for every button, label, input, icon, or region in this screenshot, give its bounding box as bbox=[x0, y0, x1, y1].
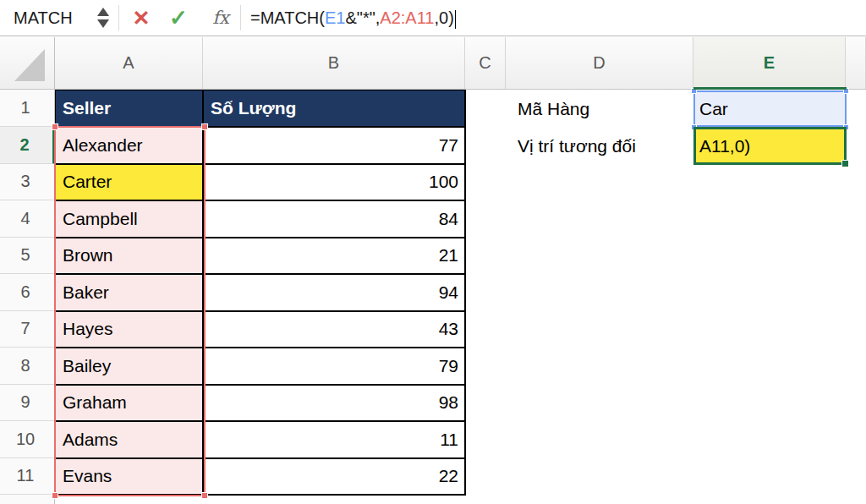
row-header-9[interactable]: 9 bbox=[0, 385, 55, 422]
cell-e1-value: Car bbox=[699, 99, 728, 119]
column-header-d[interactable]: D bbox=[506, 37, 693, 89]
row-header-7[interactable]: 7 bbox=[0, 311, 55, 348]
row-header-3[interactable]: 3 bbox=[0, 164, 55, 201]
data-table: Seller Số Lượng Alexander 77 Carter 100 … bbox=[55, 90, 466, 496]
name-box-value: MATCH bbox=[14, 0, 73, 36]
confirm-icon[interactable]: ✓ bbox=[162, 0, 195, 36]
name-box-stepper[interactable] bbox=[96, 6, 111, 30]
formula-bar: MATCH ✕ ✓ fx =MATCH(E1&"*",A2:A11,0) bbox=[0, 0, 866, 36]
cell-a8[interactable]: Bailey bbox=[56, 348, 204, 386]
row-header-8[interactable]: 8 bbox=[0, 348, 55, 385]
cell-d1[interactable]: Mã Hàng bbox=[506, 90, 693, 127]
select-all-triangle-icon bbox=[14, 49, 45, 81]
formula-part-end: ,0) bbox=[434, 8, 453, 27]
formula-part-eq: =MATCH( bbox=[250, 8, 325, 27]
row-header-2[interactable]: 2 bbox=[0, 127, 55, 164]
cell-a2[interactable]: Alexander bbox=[56, 128, 204, 165]
cell-a6[interactable]: Baker bbox=[56, 275, 204, 312]
name-box[interactable]: MATCH bbox=[0, 0, 118, 36]
stepper-up-icon[interactable] bbox=[97, 8, 109, 16]
formula-part-ref-range: A2:A11 bbox=[380, 8, 434, 27]
cell-b3[interactable]: 100 bbox=[204, 165, 466, 202]
fill-handle[interactable] bbox=[841, 160, 849, 167]
cell-a1[interactable]: Seller bbox=[56, 90, 204, 128]
cell-b1[interactable]: Số Lượng bbox=[204, 90, 466, 128]
cell-b10[interactable]: 11 bbox=[204, 422, 466, 459]
select-all-corner[interactable] bbox=[0, 37, 55, 89]
cell-b11[interactable]: 22 bbox=[204, 459, 466, 496]
row-header-1[interactable]: 1 bbox=[0, 90, 55, 127]
cell-d2[interactable]: Vị trí tương đối bbox=[506, 128, 693, 164]
cell-a5[interactable]: Brown bbox=[56, 238, 204, 276]
column-header-b[interactable]: B bbox=[203, 37, 465, 89]
insert-function-icon[interactable]: fx bbox=[205, 0, 237, 36]
cancel-icon[interactable]: ✕ bbox=[125, 0, 157, 36]
cell-b5[interactable]: 21 bbox=[204, 238, 466, 276]
formula-part-ref-e1: E1 bbox=[325, 8, 345, 27]
formula-input[interactable]: =MATCH(E1&"*",A2:A11,0) bbox=[250, 0, 456, 36]
cell-e2-active-edit[interactable]: A11,0) bbox=[693, 127, 847, 165]
stepper-down-icon[interactable] bbox=[97, 19, 109, 28]
column-header-e[interactable]: E bbox=[693, 37, 846, 89]
cell-a7[interactable]: Hayes bbox=[56, 312, 204, 349]
active-column-underline bbox=[693, 87, 847, 90]
cell-a3[interactable]: Carter bbox=[56, 165, 204, 202]
spreadsheet-app: MATCH ✕ ✓ fx =MATCH(E1&"*",A2:A11,0) A B… bbox=[0, 0, 866, 504]
row-header-11[interactable]: 11 bbox=[0, 458, 55, 496]
cell-b6[interactable]: 94 bbox=[204, 275, 466, 312]
cell-b9[interactable]: 98 bbox=[204, 386, 466, 423]
cell-a9[interactable]: Graham bbox=[56, 386, 204, 423]
row-header-5[interactable]: 5 bbox=[0, 238, 55, 275]
column-header-c[interactable]: C bbox=[465, 37, 506, 89]
formula-part-mid: &"*", bbox=[345, 8, 380, 27]
row-header-10[interactable]: 10 bbox=[0, 421, 55, 458]
cell-b4[interactable]: 84 bbox=[204, 201, 466, 238]
formula-bar-divider bbox=[118, 5, 119, 30]
cell-b7[interactable]: 43 bbox=[204, 312, 466, 349]
cell-e1-referenced[interactable]: Car bbox=[693, 90, 847, 127]
row-header-6[interactable]: 6 bbox=[0, 274, 55, 311]
cell-b2[interactable]: 77 bbox=[204, 128, 466, 165]
cell-a10[interactable]: Adams bbox=[56, 422, 204, 459]
column-headers: A B C D E bbox=[0, 37, 866, 90]
text-cursor bbox=[455, 10, 457, 29]
cell-b8[interactable]: 79 bbox=[204, 348, 466, 386]
cell-e2-value: A11,0) bbox=[699, 136, 750, 156]
formula-bar-divider-2 bbox=[240, 5, 241, 30]
cell-a11[interactable]: Evans bbox=[56, 459, 204, 496]
column-header-a[interactable]: A bbox=[55, 37, 203, 89]
column-header-f-partial[interactable] bbox=[846, 37, 866, 89]
row-headers: 1 2 3 4 5 6 7 8 9 10 11 bbox=[0, 90, 55, 504]
row-header-4[interactable]: 4 bbox=[0, 200, 55, 238]
cell-a4[interactable]: Campbell bbox=[56, 201, 204, 238]
